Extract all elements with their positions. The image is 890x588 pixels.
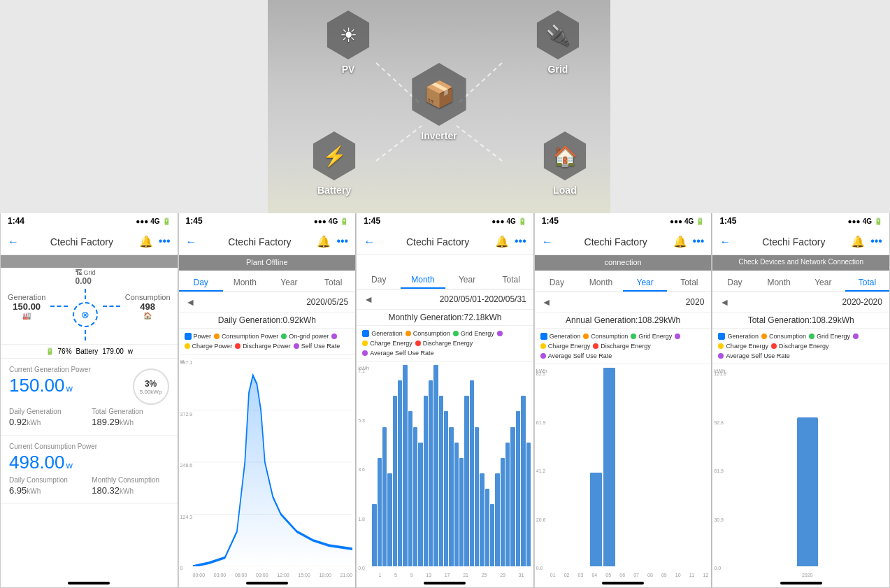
bar-chart-4 xyxy=(550,368,709,566)
daily-consumption-stat: Daily Consumption 6.95kWh xyxy=(9,476,86,496)
legend-2: Power Consumption Power On-grid power Ch… xyxy=(179,329,356,354)
phone-dashboard: 1:44 ●●● 4G 🔋 ← Ctechi Factory 🔔 ••• Gen… xyxy=(0,213,178,588)
tab-day-3[interactable]: Day xyxy=(357,272,401,289)
current-consumption-section: Current Consumption Power 498.00 w Daily… xyxy=(1,436,178,504)
tab-total-5[interactable]: Total xyxy=(845,275,889,292)
more-icon-4[interactable]: ••• xyxy=(693,235,705,248)
status-bar-1: 1:44 ●●● 4G 🔋 xyxy=(1,213,178,229)
date-prev-5[interactable]: ◄ xyxy=(719,296,729,308)
efficiency-circle: 3% 5.00kWp xyxy=(133,368,169,405)
date-prev-3[interactable]: ◄ xyxy=(364,294,373,305)
tab-year-3[interactable]: Year xyxy=(445,272,489,289)
tab-day-2[interactable]: Day xyxy=(179,275,223,292)
chart-area-5: kWh 123.8 92.8 61.9 30.9 0.0 2020 xyxy=(712,364,889,579)
more-icon-3[interactable]: ••• xyxy=(515,235,526,248)
back-button-4[interactable]: ← xyxy=(542,236,553,248)
battery-row: 🔋 76% Battery 179.00 w xyxy=(1,345,178,359)
date-prev-4[interactable]: ◄ xyxy=(542,296,552,308)
tab-year-2[interactable]: Year xyxy=(267,275,311,292)
legend-5: Generation Consumption Grid Energy Charg… xyxy=(712,329,889,364)
back-button-1[interactable]: ← xyxy=(8,236,19,248)
status-bar-3: 1:45 ●●●4G🔋 xyxy=(357,213,533,229)
alert-bar-5: Check Devices and Network Connection xyxy=(712,255,889,271)
line-chart-2 xyxy=(193,358,353,566)
home-indicator-3 xyxy=(424,582,466,585)
header-3: ← Ctechi Factory 🔔 ••• xyxy=(357,229,533,255)
grid-node: 🔌 Grid xyxy=(533,10,582,75)
tab-year-5[interactable]: Year xyxy=(801,275,845,292)
bell-icon-5[interactable]: 🔔 xyxy=(851,235,865,248)
tab-total-2[interactable]: Total xyxy=(311,275,355,292)
generation-flow: Generation 150.00 🏭 xyxy=(8,293,45,320)
date-selector-5: ◄ 2020-2020 xyxy=(712,292,889,313)
header-1: ← Ctechi Factory 🔔 ••• xyxy=(1,229,178,255)
back-button-5[interactable]: ← xyxy=(719,236,731,248)
tab-month-2[interactable]: Month xyxy=(223,275,267,292)
phone-day: 1:45 ●●●4G🔋 ← Ctechi Factory 🔔 ••• Plant… xyxy=(178,213,357,588)
load-node: 🏠 Load xyxy=(540,131,589,196)
chart-area-2: w 497.1 372.9 248.6 124.3 0 xyxy=(179,354,356,579)
header-4: ← Ctechi Factory 🔔 ••• xyxy=(535,229,712,255)
tab-bar-5: Day Month Year Total xyxy=(712,271,889,292)
more-icon-5[interactable]: ••• xyxy=(870,235,882,248)
alert-bar-4: connection xyxy=(535,255,712,271)
status-bar-4: 1:45 ●●●4G🔋 xyxy=(535,213,712,229)
legend-3: Generation Consumption Grid Energy Charg… xyxy=(357,326,533,361)
chart-area-4: kWh 82.5 61.9 41.2 20.6 0.0 010203040506… xyxy=(535,364,712,579)
date-selector-2: ◄ 2020/05/25 xyxy=(179,292,356,313)
alert-bar-2: Plant Offline xyxy=(179,255,356,271)
status-bar-2: 1:45 ●●●4G🔋 xyxy=(179,213,356,229)
home-indicator-5 xyxy=(780,582,822,585)
tab-year-4[interactable]: Year xyxy=(623,275,667,292)
home-indicator-2 xyxy=(246,582,288,585)
more-icon-1[interactable]: ••• xyxy=(159,235,171,248)
chart-area-3: kWh 7.1 5.3 3.6 1.8 0.0 159131721252931 xyxy=(357,361,533,579)
total-gen-stat: Total Generation 189.29kWh xyxy=(92,408,168,428)
alert-bar-1 xyxy=(1,255,178,268)
bell-icon-2[interactable]: 🔔 xyxy=(317,235,331,248)
tab-day-5[interactable]: Day xyxy=(712,275,756,292)
status-bar-5: 1:45 ●●●4G🔋 xyxy=(712,213,889,229)
tab-month-4[interactable]: Month xyxy=(579,275,623,292)
pv-node: ☀ PV xyxy=(324,10,373,75)
inverter-node: 📦 Inverter xyxy=(408,63,471,141)
bell-icon-4[interactable]: 🔔 xyxy=(673,235,687,248)
tab-bar-4: Day Month Year Total xyxy=(535,271,712,292)
bell-icon-3[interactable]: 🔔 xyxy=(495,235,509,248)
header-2: ← Ctechi Factory 🔔 ••• xyxy=(179,229,356,255)
back-button-2[interactable]: ← xyxy=(186,236,197,248)
tab-total-3[interactable]: Total xyxy=(489,272,533,289)
alert-bar-3 xyxy=(357,255,533,268)
energy-diagram: ☀ PV 🔌 Grid 📦 Inverter ⚡ Battery 🏠 Load xyxy=(268,0,610,213)
daily-gen-stat: Daily Generation 0.92kWh xyxy=(9,408,86,428)
tab-month-3[interactable]: Month xyxy=(401,272,445,289)
home-indicator-1 xyxy=(68,582,110,585)
header-5: ← Ctechi Factory 🔔 ••• xyxy=(712,229,889,255)
bar-chart-3 xyxy=(372,365,531,566)
home-indicator-4 xyxy=(602,582,644,585)
date-selector-3: ◄ 2020/05/01-2020/05/31 xyxy=(357,289,533,310)
legend-4: Generation Consumption Grid Energy Charg… xyxy=(535,329,712,364)
tab-total-4[interactable]: Total xyxy=(667,275,711,292)
date-prev-2[interactable]: ◄ xyxy=(186,296,196,308)
more-icon-2[interactable]: ••• xyxy=(336,235,348,248)
energy-flow: Generation 150.00 🏭 🏗 Grid 0.00 ⊗ xyxy=(1,268,178,345)
date-selector-4: ◄ 2020 xyxy=(535,292,712,313)
phone-total: 1:45 ●●●4G🔋 ← Ctechi Factory 🔔 ••• Check… xyxy=(712,213,890,588)
tab-bar-3: Day Month Year Total xyxy=(357,268,533,289)
bar-chart-5 xyxy=(728,368,887,566)
tab-day-4[interactable]: Day xyxy=(535,275,579,292)
tab-bar-2: Day Month Year Total xyxy=(179,271,356,292)
tab-month-5[interactable]: Month xyxy=(757,275,801,292)
phone-month: 1:45 ●●●4G🔋 ← Ctechi Factory 🔔 ••• Day M… xyxy=(356,213,534,588)
back-button-3[interactable]: ← xyxy=(364,236,375,248)
bell-icon-1[interactable]: 🔔 xyxy=(139,235,153,248)
phones-row: 1:44 ●●● 4G 🔋 ← Ctechi Factory 🔔 ••• Gen… xyxy=(0,213,890,588)
current-gen-section: Current Generation Power 150.00 w 3% 5.0… xyxy=(1,359,178,436)
phone-year: 1:45 ●●●4G🔋 ← Ctechi Factory 🔔 ••• conne… xyxy=(534,213,712,588)
battery-node: ⚡ Battery xyxy=(310,131,359,196)
consumption-flow: Consumption 498 🏠 xyxy=(125,293,171,320)
inverter-circle: ⊗ xyxy=(73,302,98,327)
monthly-consumption-stat: Monthly Consumption 180.32kWh xyxy=(92,476,168,496)
